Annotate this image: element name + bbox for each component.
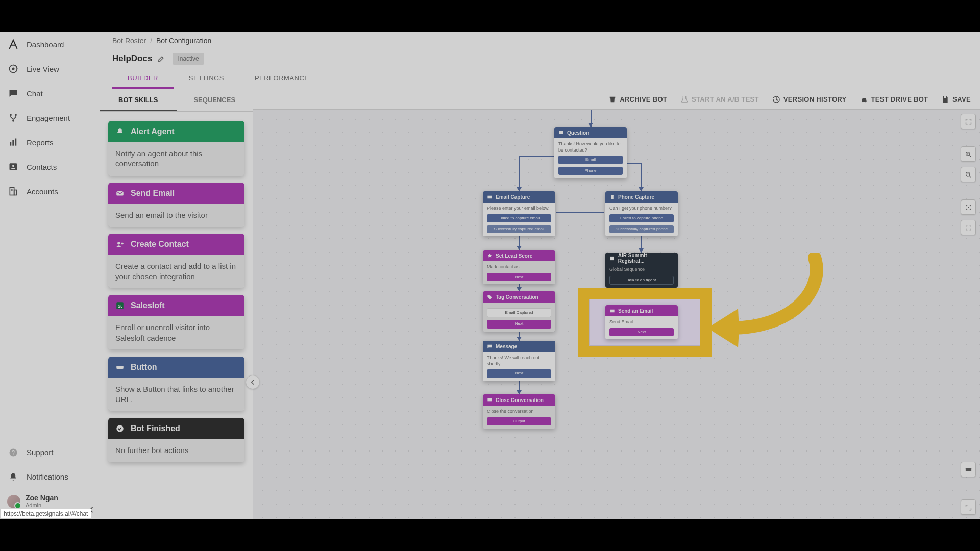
- edge: [519, 156, 555, 157]
- node-text: Thanks! How would you like to be contact…: [558, 141, 621, 153]
- node-option[interactable]: Next: [609, 328, 674, 336]
- node-send-email[interactable]: Send an Email Send Email Next: [605, 305, 678, 339]
- nav-label: Engagement: [27, 114, 70, 122]
- skill-desc: Enroll or unenroll visitor into Saleslof…: [108, 316, 244, 349]
- arrowhead-icon: [639, 248, 644, 253]
- edit-icon[interactable]: [157, 55, 165, 63]
- svg-point-3: [15, 114, 17, 116]
- nav-label: Support: [27, 448, 54, 457]
- nav-accounts[interactable]: Accounts: [0, 179, 100, 204]
- zoom-out-icon[interactable]: [961, 167, 976, 182]
- node-question[interactable]: Question Thanks! How would you like to b…: [554, 127, 627, 178]
- save-button[interactable]: SAVE: [941, 95, 971, 104]
- svg-rect-6: [12, 140, 14, 146]
- test-drive-bot[interactable]: TEST DRIVE BOT: [860, 95, 928, 104]
- breadcrumb-root[interactable]: Bot Roster: [112, 37, 146, 45]
- fit-icon[interactable]: [961, 199, 976, 215]
- nav-liveview[interactable]: Live View: [0, 57, 100, 81]
- app-frame: Dashboard Live View Chat Engagement Repo…: [0, 32, 980, 519]
- version-history[interactable]: VERSION HISTORY: [772, 95, 847, 104]
- node-title: Email Capture: [496, 194, 530, 200]
- skill-title: Create Contact: [131, 240, 189, 249]
- node-title: Set Lead Score: [496, 253, 532, 259]
- tab-builder[interactable]: BUILDER: [112, 69, 174, 89]
- skill-send-email[interactable]: Send Email Send an email to the visitor: [108, 183, 244, 227]
- mail-icon: [115, 189, 125, 198]
- skill-alert-agent[interactable]: Alert Agent Notify an agent about this c…: [108, 121, 244, 176]
- node-close-conversation[interactable]: Close Conversation Close the conversatio…: [483, 394, 555, 429]
- skill-desc: Show a Button that links to another URL.: [108, 378, 244, 411]
- node-air-summit[interactable]: AIR Summit Registrat... Global Sequence …: [605, 253, 678, 288]
- node-lead-score[interactable]: Set Lead Score Mark contact as: Next: [483, 250, 555, 284]
- nav-notifications[interactable]: Notifications: [0, 465, 100, 489]
- node-option[interactable]: Failed to capture email: [487, 214, 551, 222]
- node-title: Close Conversation: [496, 397, 544, 403]
- svg-point-2: [10, 114, 12, 116]
- svg-point-9: [12, 165, 14, 167]
- node-title: Tag Conversation: [496, 294, 538, 300]
- node-email-capture[interactable]: Email Capture Please enter your email be…: [483, 191, 555, 236]
- svg-rect-22: [116, 366, 124, 369]
- nav-chat[interactable]: Chat: [0, 81, 100, 106]
- node-phone-capture[interactable]: Phone Capture Can I get your phone numbe…: [605, 191, 678, 236]
- node-text: Send Email: [609, 319, 633, 324]
- svg-text:?: ?: [12, 449, 15, 456]
- tab-performance[interactable]: PERFORMANCE: [239, 69, 325, 89]
- node-option[interactable]: Next: [487, 320, 551, 328]
- svg-point-28: [968, 207, 969, 208]
- skill-create-contact[interactable]: Create Contact Create a contact and add …: [108, 234, 244, 288]
- node-option[interactable]: Successfully captured phone: [609, 225, 674, 233]
- main: Bot Roster / Bot Configuration HelpDocs …: [100, 32, 980, 519]
- skill-bot-finished[interactable]: Bot Finished No further bot actions: [108, 418, 244, 462]
- branch-icon: [7, 112, 19, 124]
- bar-icon: [7, 136, 19, 148]
- collapse-skills-button[interactable]: [246, 375, 260, 389]
- skilltab-botskills[interactable]: BOT SKILLS: [100, 89, 177, 111]
- action-label: VERSION HISTORY: [783, 95, 847, 103]
- main-tabs: BUILDER SETTINGS PERFORMANCE: [100, 68, 980, 89]
- node-option[interactable]: Phone: [558, 167, 623, 175]
- nav-reports[interactable]: Reports: [0, 130, 100, 155]
- canvas[interactable]: Question Thanks! How would you like to b…: [253, 110, 980, 519]
- layers-icon[interactable]: [961, 220, 976, 235]
- nav-label: Notifications: [27, 472, 68, 481]
- skill-desc: No further bot actions: [108, 439, 244, 462]
- keyboard-icon[interactable]: [961, 462, 976, 477]
- logo-a-icon: [7, 38, 19, 51]
- nav-support[interactable]: ? Support: [0, 440, 100, 465]
- node-option[interactable]: Next: [487, 369, 551, 378]
- svg-rect-31: [559, 131, 563, 134]
- nav-label: Reports: [27, 138, 54, 147]
- expand-icon[interactable]: [961, 499, 976, 515]
- node-option[interactable]: Talk to an agent: [609, 276, 674, 285]
- node-text: Close the conversation: [487, 409, 534, 414]
- zoom-in-icon[interactable]: [961, 146, 976, 162]
- arrowhead-icon: [517, 287, 522, 291]
- skill-button[interactable]: Button Show a Button that links to anoth…: [108, 357, 244, 411]
- action-label: START AN A/B TEST: [692, 95, 759, 103]
- nav-contacts[interactable]: Contacts: [0, 155, 100, 179]
- node-option[interactable]: Output: [487, 417, 551, 425]
- node-tag-conversation[interactable]: Tag Conversation Email Captured Next: [483, 291, 555, 332]
- tab-settings[interactable]: SETTINGS: [174, 69, 239, 89]
- nav-dashboard[interactable]: Dashboard: [0, 32, 100, 57]
- archive-bot[interactable]: ARCHIVE BOT: [608, 95, 667, 104]
- skill-title: Alert Agent: [131, 127, 175, 136]
- skill-salesloft[interactable]: S. Salesloft Enroll or unenroll visitor …: [108, 295, 244, 349]
- nav-label: Chat: [27, 89, 43, 98]
- fullscreen-icon[interactable]: [961, 114, 976, 129]
- node-message[interactable]: Message Thanks! We will reach out shortl…: [483, 341, 555, 381]
- node-option[interactable]: Successfully captured email: [487, 225, 551, 233]
- skilltab-sequences[interactable]: SEQUENCES: [177, 89, 253, 111]
- edge: [626, 163, 641, 164]
- nav-engagement[interactable]: Engagement: [0, 106, 100, 130]
- svg-rect-34: [610, 256, 614, 260]
- sidebar: Dashboard Live View Chat Engagement Repo…: [0, 32, 100, 519]
- node-option[interactable]: Next: [487, 273, 551, 281]
- node-option[interactable]: Email: [558, 156, 623, 164]
- skills-list[interactable]: Alert Agent Notify an agent about this c…: [100, 112, 253, 519]
- node-option[interactable]: Failed to capture phone: [609, 214, 674, 222]
- svg-rect-35: [610, 309, 614, 312]
- arrowhead-icon: [588, 123, 593, 127]
- node-title: Send an Email: [618, 308, 653, 314]
